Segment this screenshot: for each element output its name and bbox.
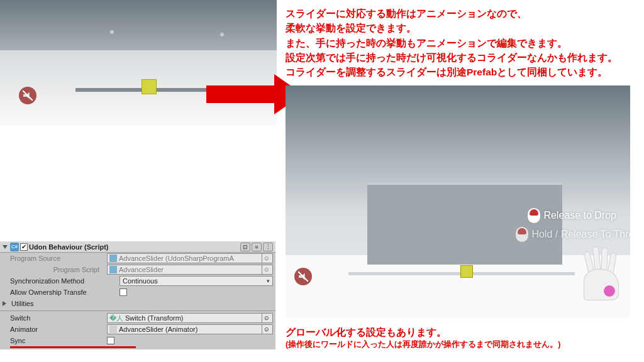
mute-mic-icon (294, 268, 312, 285)
controller-button-icon (527, 207, 541, 224)
separator (0, 310, 275, 311)
object-picker-button[interactable] (262, 254, 270, 263)
anno-line: また、手に持った時の挙動もアニメーションで編集できます。 (286, 36, 618, 50)
highlight-underline (10, 346, 136, 348)
reference-button[interactable]: ⊡ (240, 243, 250, 251)
object-picker-button[interactable] (262, 314, 270, 322)
slider-handle-cube (460, 265, 473, 278)
presets-button[interactable]: ≡ (252, 243, 262, 251)
tooltip-label: Release to Drop (543, 210, 616, 221)
annotation-text-top: スライダーに対応する動作はアニメーションなので、 柔軟な挙動を設定できます。 ま… (286, 6, 618, 79)
asset-icon (109, 255, 117, 262)
component-header[interactable]: C# ✔ Udon Behaviour (Script) ⊡ ≡ ⋮ (0, 241, 275, 253)
field-label: Synchronization Method (10, 277, 117, 285)
anno-line: 設定次第では手に持った時だけ可視化するコライダーなんかも作れます。 (286, 50, 618, 65)
field-label: Utilities (11, 300, 33, 307)
component-title: Udon Behaviour (Script) (29, 243, 239, 251)
anno-line: スライダーに対応する動作はアニメーションなので、 (286, 6, 618, 21)
anno-line: グローバル化する設定もあります。 (286, 326, 560, 339)
foldout-icon[interactable] (3, 245, 8, 249)
context-menu-button[interactable]: ⋮ (263, 243, 273, 251)
unity-inspector-panel: C# ✔ Udon Behaviour (Script) ⊡ ≡ ⋮ Progr… (0, 241, 275, 349)
field-label: Switch (10, 314, 104, 322)
controller-button-icon (515, 226, 529, 243)
sync-method-dropdown[interactable]: Continuous (119, 276, 273, 286)
foldout-collapsed-icon[interactable] (3, 301, 6, 306)
field-label: Sync (10, 337, 104, 344)
inspector-row-allow-ownership: Allow Ownership Transfe (0, 287, 275, 298)
gizmo-dot (220, 33, 224, 36)
grey-box-3d (367, 183, 562, 265)
object-field-value: Switch (Transform) (125, 314, 184, 322)
gizmo-dot (110, 30, 114, 34)
inspector-row-utilities[interactable]: Utilities (0, 298, 275, 309)
object-field[interactable]: AdvanceSlider (107, 265, 273, 275)
inspector-row-program-script: Program Script AdvanceSlider (0, 264, 275, 275)
field-label: Program Source (10, 255, 104, 262)
component-enabled-checkbox[interactable]: ✔ (20, 243, 28, 251)
anno-line: 柔軟な挙動を設定できます。 (286, 21, 618, 35)
anno-line: (操作後にワールドに入った人は再度誰かが操作するまで同期されません。) (286, 339, 560, 351)
dropdown-value: Continuous (123, 277, 158, 285)
csharp-script-icon: C# (10, 243, 19, 251)
slider-handle-cube (142, 79, 157, 94)
vr-tooltip-release-drop: Release to Drop (527, 207, 616, 224)
anno-line: コライダーを調整するスライダーは別途Prefabとして同梱しています。 (286, 65, 618, 79)
inspector-row-program-source: Program Source AdvanceSlider (UdonSharpP… (0, 253, 275, 264)
script-icon (109, 266, 117, 273)
inspector-row-switch: Switch �人 Switch (Transform) (0, 312, 275, 324)
transform-icon: �人 (109, 314, 123, 323)
field-label: Animator (10, 326, 104, 333)
annotation-text-bottom: グローバル化する設定もあります。 (操作後にワールドに入った人は再度誰かが操作す… (286, 326, 560, 351)
object-picker-button[interactable] (262, 325, 270, 334)
field-label: Allow Ownership Transfe (10, 288, 117, 296)
inspector-row-sync: Sync (0, 335, 275, 346)
object-field[interactable]: �人 Switch (Transform) (107, 313, 273, 323)
object-field-value: AdvanceSlider (UdonSharpProgramA (119, 255, 234, 262)
object-picker-button[interactable] (262, 265, 270, 274)
inspector-row-animator: Animator AdvanceSlider (Animator) (0, 324, 275, 335)
vr-viewport-right: Release to Drop Hold / Release To Throw (286, 85, 630, 318)
sync-checkbox[interactable] (107, 337, 114, 344)
vr-hand-model (562, 244, 619, 300)
animator-icon (109, 326, 117, 333)
mute-mic-icon (19, 87, 36, 104)
object-field[interactable]: AdvanceSlider (Animator) (107, 324, 273, 334)
inspector-row-sync-method: Synchronization Method Continuous (0, 275, 275, 287)
object-field-value: AdvanceSlider (119, 266, 164, 273)
object-field[interactable]: AdvanceSlider (UdonSharpProgramA (107, 253, 273, 263)
allow-ownership-checkbox[interactable] (119, 288, 127, 296)
tooltip-label: Hold / Release To Throw (531, 229, 630, 240)
field-label: Program Script (10, 266, 104, 273)
object-field-value: AdvanceSlider (Animator) (119, 326, 197, 333)
vr-tooltip-hold-throw: Hold / Release To Throw (515, 226, 630, 243)
